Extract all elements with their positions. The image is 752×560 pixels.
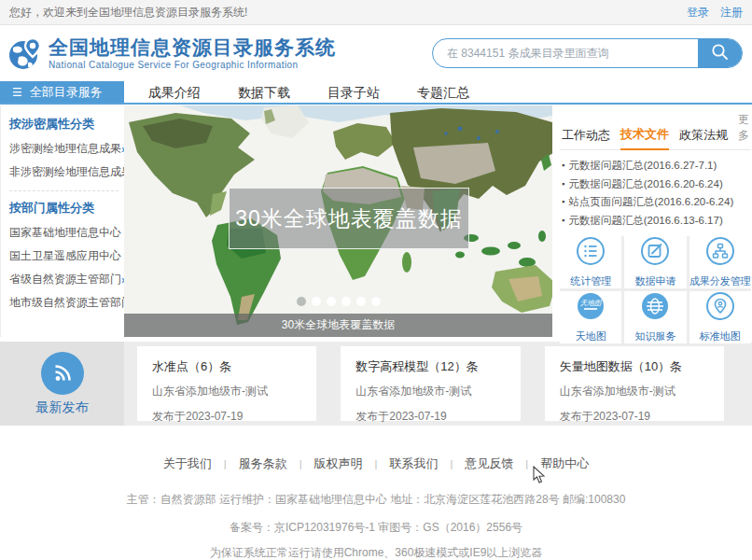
news-tabs: 工作动态 技术文件 政策法规 更多 xyxy=(560,105,751,150)
quick-link-knowledge-service[interactable]: 知识服务 xyxy=(624,291,686,343)
footer-link-copyright[interactable]: 版权声明 xyxy=(314,455,363,472)
bullet-icon: ▪ xyxy=(562,161,564,170)
latest-cards: 水准点（6）条 山东省添加地级市-测试 发布于2023-07-19 数字高程模型… xyxy=(124,346,752,421)
quick-link-label: 成果分发管理 xyxy=(689,274,751,288)
search-icon xyxy=(711,43,729,63)
news-item[interactable]: ▪站点页面问题汇总(2016.6.20-6.24) xyxy=(562,193,751,212)
news-tab-work-updates[interactable]: 工作动态 xyxy=(562,127,610,149)
rss-icon xyxy=(41,352,84,395)
news-tab-technical-docs[interactable]: 技术文件 xyxy=(620,126,669,150)
bullet-icon: ▪ xyxy=(562,179,564,189)
footer-link-help[interactable]: 帮助中心 xyxy=(540,455,589,472)
latest-card-leveling-points[interactable]: 水准点（6）条 山东省添加地级市-测试 发布于2023-07-19 xyxy=(137,346,316,421)
sidebar-item-classified-results[interactable]: 涉密测绘地理信息成果 › xyxy=(9,137,118,161)
carousel-caption: 30米全球地表覆盖数据 xyxy=(124,314,552,337)
card-source: 山东省添加地级市-测试 xyxy=(355,384,505,399)
quick-link-data-application[interactable]: 数据申请 xyxy=(624,236,686,288)
card-date: 发布于2023-07-19 xyxy=(355,409,505,425)
edit-apply-icon xyxy=(640,236,670,270)
news-more-link[interactable]: 更多 xyxy=(738,112,749,149)
sidebar-item-label: 涉密测绘地理信息成果 xyxy=(9,141,121,157)
login-link[interactable]: 登录 xyxy=(687,5,709,21)
content-row: 按涉密属性分类 涉密测绘地理信息成果 › 非涉密测绘地理信息成果 › 按部门属性… xyxy=(0,105,752,337)
register-link[interactable]: 注册 xyxy=(720,5,743,21)
sidebar-item-label: 国土卫星遥感应用中心 xyxy=(9,248,121,264)
news-item-text: 站点页面问题汇总(2016.6.20-6.24) xyxy=(568,196,733,207)
card-source: 山东省添加地级市-测试 xyxy=(152,384,301,399)
sidebar: 按涉密属性分类 涉密测绘地理信息成果 › 非涉密测绘地理信息成果 › 按部门属性… xyxy=(0,105,124,337)
nav-item-topics[interactable]: 专题汇总 xyxy=(417,81,469,103)
sidebar-item-national-geomatics-center[interactable]: 国家基础地理信息中心 xyxy=(9,221,118,245)
header: 全国地理信息资源目录服务系统 National Catalogue Servic… xyxy=(0,25,752,81)
page: 您好，欢迎来到全国地理信息资源目录服务系统! 登录 注册 全国地理信息资源目录服… xyxy=(0,0,752,560)
standard-map-pin-icon xyxy=(705,291,735,325)
card-title: 矢量地图数据（10）条 xyxy=(560,358,709,375)
latest-releases-header[interactable]: 最新发布 xyxy=(0,342,124,426)
news-tab-policies[interactable]: 政策法规 xyxy=(679,127,728,149)
latest-releases-label: 最新发布 xyxy=(36,399,89,416)
sidebar-divider xyxy=(9,190,118,191)
quick-link-label: 知识服务 xyxy=(634,329,675,343)
quick-link-label: 标准地图 xyxy=(700,329,741,343)
quick-link-distribution-management[interactable]: 成果分发管理 xyxy=(689,236,751,288)
card-title: 数字高程模型（12）条 xyxy=(355,358,505,375)
knowledge-service-icon xyxy=(640,291,670,325)
carousel-dot-1[interactable] xyxy=(297,297,306,306)
sidebar-item-unclassified-results[interactable]: 非涉密测绘地理信息成果 › xyxy=(9,161,118,184)
site-title: 全国地理信息资源目录服务系统 xyxy=(49,36,336,59)
sidebar-item-land-satellite-center[interactable]: 国土卫星遥感应用中心 xyxy=(9,245,118,268)
nav-item-sub-sites[interactable]: 目录子站 xyxy=(327,81,380,103)
nav-tab-label: 全部目录服务 xyxy=(30,84,103,101)
banner-title: 30米全球地表覆盖数据 xyxy=(235,204,463,233)
nav-tab-catalogue-services[interactable]: ☰ 全部目录服务 xyxy=(0,81,124,103)
sidebar-item-municipal-authorities[interactable]: 地市级自然资源主管部门 › xyxy=(9,291,118,315)
quick-link-standard-map[interactable]: 标准地图 xyxy=(689,291,751,343)
carousel-dot-5[interactable] xyxy=(356,297,366,306)
nav-item-achievements[interactable]: 成果介绍 xyxy=(148,81,201,103)
footer-link-contact[interactable]: 联系我们 xyxy=(389,455,438,472)
footer-link-terms[interactable]: 服务条款 xyxy=(239,455,287,472)
quick-link-tianditu[interactable]: 天地图 天地图 xyxy=(560,291,621,343)
footer-link-about[interactable]: 关于我们 xyxy=(163,455,212,472)
latest-card-vector-map[interactable]: 矢量地图数据（10）条 山东省添加地级市-测试 发布于2023-07-19 xyxy=(545,346,724,421)
card-source: 山东省添加地级市-测试 xyxy=(560,384,709,399)
card-date: 发布于2023-07-19 xyxy=(560,409,709,425)
news-item[interactable]: ▪元数据问题汇总(2016.6.20-6.24) xyxy=(562,175,751,194)
quick-link-statistics[interactable]: 统计管理 xyxy=(560,236,621,288)
svg-text:天地图: 天地图 xyxy=(580,299,603,307)
carousel-dots xyxy=(124,297,552,306)
card-title: 水准点（6）条 xyxy=(152,358,301,375)
carousel-dot-6[interactable] xyxy=(371,297,381,306)
footer-links: 关于我们| 服务条款| 版权声明| 联系我们| 意见反馈| 帮助中心 xyxy=(0,455,752,472)
carousel-banner[interactable]: 30米全球地表覆盖数据 30米全球地表覆盖数据 xyxy=(124,105,552,337)
carousel-dot-2[interactable] xyxy=(312,297,321,306)
distribution-tree-icon xyxy=(705,236,735,270)
quick-links-grid: 统计管理 数据申请 xyxy=(560,236,751,343)
sidebar-item-label: 地市级自然资源主管部门 xyxy=(9,295,132,311)
separator: | xyxy=(224,458,227,469)
sidebar-item-label: 省级自然资源主管部门 xyxy=(9,272,121,287)
site-subtitle: National Catalogue Service For Geographi… xyxy=(49,60,336,70)
carousel-dot-4[interactable] xyxy=(341,297,351,306)
latest-releases-strip: 最新发布 水准点（6）条 山东省添加地级市-测试 发布于2023-07-19 数… xyxy=(0,342,752,426)
nav-item-data-download[interactable]: 数据下载 xyxy=(238,81,290,103)
main-nav: ☰ 全部目录服务 成果介绍 数据下载 目录子站 专题汇总 xyxy=(0,81,752,105)
quick-link-label: 数据申请 xyxy=(634,274,675,288)
search-button[interactable] xyxy=(698,39,742,67)
site-logo[interactable]: 全国地理信息资源目录服务系统 National Catalogue Servic… xyxy=(7,31,336,76)
carousel-dot-3[interactable] xyxy=(327,297,336,306)
tianditu-logo-icon: 天地图 xyxy=(576,291,606,325)
news-item[interactable]: ▪元数据问题汇总(2016.6.27-7.1) xyxy=(562,157,751,175)
footer-link-feedback[interactable]: 意见反馈 xyxy=(465,455,513,472)
sidebar-item-provincial-authorities[interactable]: 省级自然资源主管部门 › xyxy=(9,268,118,291)
latest-card-dem[interactable]: 数字高程模型（12）条 山东省添加地级市-测试 发布于2023-07-19 xyxy=(341,346,520,421)
stats-list-icon xyxy=(576,236,606,270)
news-item[interactable]: ▪元数据问题汇总(2016.6.13-6.17) xyxy=(562,212,751,231)
search-input[interactable] xyxy=(433,39,698,67)
news-item-text: 元数据问题汇总(2016.6.27-7.1) xyxy=(568,160,717,171)
sidebar-section-title-department: 按部门属性分类 xyxy=(9,200,118,217)
bullet-icon: ▪ xyxy=(562,216,564,225)
right-panel: 工作动态 技术文件 政策法规 更多 ▪元数据问题汇总(2016.6.27-7.1… xyxy=(560,105,752,337)
topbar: 您好，欢迎来到全国地理信息资源目录服务系统! 登录 注册 xyxy=(0,0,752,25)
search-box xyxy=(432,38,743,68)
